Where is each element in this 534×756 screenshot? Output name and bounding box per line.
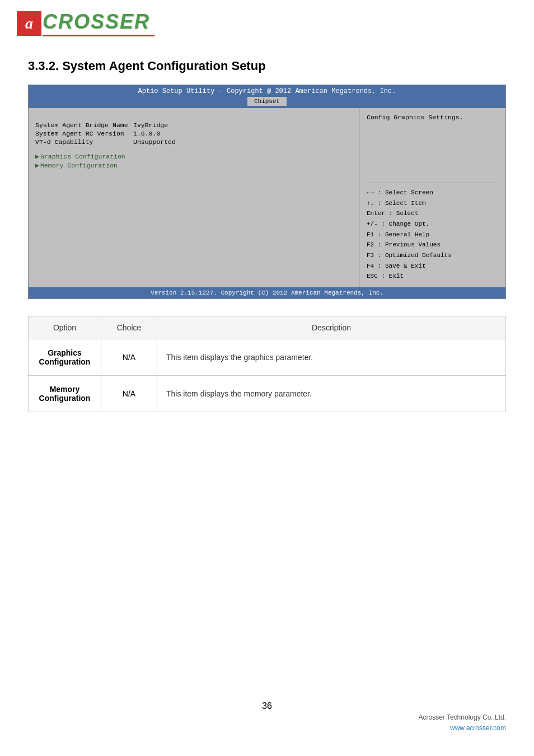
bios-menu-memory[interactable]: ▶ Memory Configuration xyxy=(35,161,353,169)
bios-label-bridge: System Agent Bridge Name xyxy=(35,122,133,129)
bios-info-row-1: System Agent Bridge Name IvyBridge xyxy=(35,122,353,129)
row1-choice: N/A xyxy=(101,339,157,376)
bios-menu-label-graphics: Graphics Configuration xyxy=(40,153,125,160)
company-website[interactable]: www.acrosser.com xyxy=(418,723,506,734)
bios-value-rc: 1.6.0.0 xyxy=(133,130,160,137)
bios-menu-graphics[interactable]: ▶ Graphics Configuration xyxy=(35,152,353,160)
bios-title: Aptio Setup Utility - Copyright @ 2012 A… xyxy=(33,87,501,95)
bios-arrow-graphics: ▶ xyxy=(35,152,39,160)
bios-screenshot: Aptio Setup Utility - Copyright @ 2012 A… xyxy=(28,85,506,299)
footer-company: Acrosser Technology Co.,Ltd. www.acrosse… xyxy=(418,712,506,734)
bios-right-description: Config Graphics Settings. xyxy=(367,114,499,121)
bios-body: System Agent Bridge Name IvyBridge Syste… xyxy=(29,108,505,287)
help-line-5: F1 : General Help xyxy=(367,230,499,240)
bios-help-text: ←→ : Select Screen ↑↓ : Select Item Ente… xyxy=(367,183,499,282)
bios-info-row-3: VT-d Capability Unsupported xyxy=(35,138,353,146)
logo-underline xyxy=(43,35,154,36)
bios-left-panel: System Agent Bridge Name IvyBridge Syste… xyxy=(29,108,360,287)
col-header-choice: Choice xyxy=(101,316,157,339)
help-line-7: F3 : Optimized Defaults xyxy=(367,250,499,261)
help-line-6: F2 : Previous Values xyxy=(367,240,499,250)
help-line-8: F4 : Save & Exit xyxy=(367,261,499,272)
bios-label-rc: System Agent RC Version xyxy=(35,130,133,137)
config-table: Option Choice Description GraphicsConfig… xyxy=(28,316,506,412)
bios-value-vtd: Unsupported xyxy=(133,138,176,146)
col-header-description: Description xyxy=(157,316,506,339)
row2-choice: N/A xyxy=(101,376,157,412)
bios-info-row-2: System Agent RC Version 1.6.0.0 xyxy=(35,130,353,137)
bios-active-tab: Chipset xyxy=(247,97,287,106)
row1-description: This item displays the graphics paramete… xyxy=(157,339,506,376)
row2-description: This item displays the memory parameter. xyxy=(157,376,506,412)
help-line-2: ↑↓ : Select Item xyxy=(367,198,499,209)
page-title-section: 3.3.2. System Agent Configuration Setup xyxy=(0,42,534,85)
page-title: 3.3.2. System Agent Configuration Setup xyxy=(28,59,506,73)
bios-label-vtd: VT-d Capability xyxy=(35,138,133,146)
company-name: Acrosser Technology Co.,Ltd. xyxy=(418,712,506,723)
col-header-option: Option xyxy=(29,316,101,339)
page-footer: 36 xyxy=(0,701,534,711)
bios-value-bridge: IvyBridge xyxy=(133,122,168,129)
logo-container: a CROSSER xyxy=(17,10,517,36)
row2-option: MemoryConfiguration xyxy=(29,376,101,412)
bios-header-bar: Aptio Setup Utility - Copyright @ 2012 A… xyxy=(29,85,505,108)
logo-a-letter: a xyxy=(25,15,33,32)
row1-option: GraphicsConfiguration xyxy=(29,339,101,376)
bios-menu-label-memory: Memory Configuration xyxy=(40,162,118,169)
help-line-1: ←→ : Select Screen xyxy=(367,188,499,198)
help-line-3: Enter : Select xyxy=(367,208,499,219)
bios-right-panel: Config Graphics Settings. ←→ : Select Sc… xyxy=(360,108,505,287)
table-row: MemoryConfiguration N/A This item displa… xyxy=(29,376,506,412)
logo-brand-text: CROSSER xyxy=(43,10,150,34)
table-header-row: Option Choice Description xyxy=(29,316,506,339)
bios-arrow-memory: ▶ xyxy=(35,161,39,169)
header: a CROSSER xyxy=(0,0,534,42)
table-row: GraphicsConfiguration N/A This item disp… xyxy=(29,339,506,376)
logo-box: a xyxy=(17,11,41,36)
page-number: 36 xyxy=(262,701,272,711)
help-line-4: +/- : Change Opt. xyxy=(367,219,499,230)
config-table-section: Option Choice Description GraphicsConfig… xyxy=(28,316,506,412)
bios-footer-bar: Version 2.15.1227. Copyright (C) 2012 Am… xyxy=(29,287,505,298)
help-line-9: ESC : Exit xyxy=(367,271,499,282)
